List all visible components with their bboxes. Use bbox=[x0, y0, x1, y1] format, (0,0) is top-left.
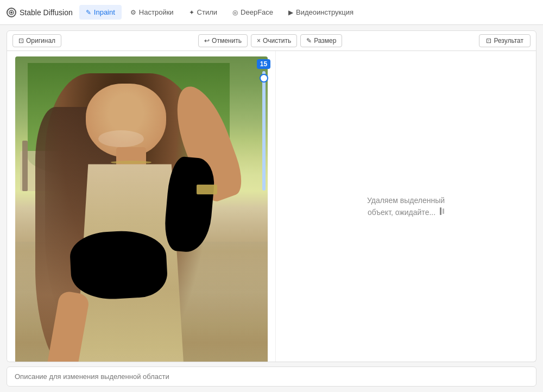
app-logo: Stable Diffusion bbox=[7, 8, 73, 17]
tab-settings[interactable]: ⚙ Настройки bbox=[124, 5, 180, 20]
tab-video-label: Видеоинструкция bbox=[296, 8, 353, 16]
size-button[interactable]: ✎ Размер bbox=[300, 34, 342, 47]
cancel-icon: ↩ bbox=[204, 37, 210, 45]
result-button[interactable]: ⊡ Результат bbox=[479, 34, 531, 47]
size-label: Размер bbox=[314, 37, 336, 45]
brush-slider-thumb[interactable] bbox=[260, 74, 268, 83]
result-status: Удаляем выделенный объект, ожидайте... bbox=[367, 194, 445, 219]
result-panel: Удаляем выделенный объект, ожидайте... bbox=[276, 51, 536, 362]
size-icon: ✎ bbox=[306, 37, 312, 45]
clear-button[interactable]: × Очистить bbox=[251, 34, 297, 47]
photo-background bbox=[15, 56, 268, 362]
tab-deepface-label: DeepFace bbox=[241, 8, 273, 16]
brush-slider[interactable]: 15 bbox=[256, 56, 272, 362]
inpaint-canvas[interactable] bbox=[15, 56, 268, 362]
tab-styles[interactable]: ✦ Стили bbox=[182, 5, 224, 20]
tab-styles-label: Стили bbox=[197, 8, 217, 16]
deepface-icon: ◎ bbox=[232, 9, 238, 16]
original-label: Оригинал bbox=[26, 37, 55, 45]
svg-point-1 bbox=[10, 11, 12, 14]
toolbar: ⊡ Оригинал ↩ Отменить × Очистить ✎ Разме… bbox=[7, 30, 536, 51]
cancel-button[interactable]: ↩ Отменить bbox=[198, 34, 248, 47]
bench-leg bbox=[22, 141, 27, 191]
result-status-line1: Удаляем выделенный bbox=[367, 196, 445, 205]
prompt-input[interactable] bbox=[7, 366, 536, 387]
bottom-input-area bbox=[7, 366, 536, 387]
video-icon: ▶ bbox=[288, 9, 293, 16]
original-icon: ⊡ bbox=[18, 37, 24, 45]
canvas-panel: 15 bbox=[7, 51, 276, 362]
loading-indicator bbox=[440, 207, 444, 215]
app-title: Stable Diffusion bbox=[20, 8, 73, 17]
content-area: 15 bbox=[7, 51, 536, 362]
mask-area-torso bbox=[69, 229, 168, 301]
loading-bar-1 bbox=[440, 207, 441, 215]
tab-video[interactable]: ▶ Видеоинструкция bbox=[282, 5, 360, 20]
tab-inpaint-label: Inpaint bbox=[94, 8, 115, 16]
brush-size-badge: 15 bbox=[257, 59, 270, 69]
brush-slider-track[interactable] bbox=[262, 71, 266, 191]
top-nav: Stable Diffusion ✎ Inpaint ⚙ Настройки ✦… bbox=[0, 0, 543, 25]
logo-icon bbox=[7, 8, 16, 17]
loading-bar-2 bbox=[443, 208, 444, 214]
tab-inpaint[interactable]: ✎ Inpaint bbox=[79, 5, 122, 20]
settings-icon: ⚙ bbox=[130, 9, 136, 16]
tab-deepface[interactable]: ◎ DeepFace bbox=[226, 5, 280, 20]
styles-icon: ✦ bbox=[189, 9, 194, 16]
cancel-label: Отменить bbox=[212, 37, 242, 45]
clear-label: Очистить bbox=[263, 37, 291, 45]
original-button[interactable]: ⊡ Оригинал bbox=[12, 34, 61, 47]
canvas-wrapper: 15 bbox=[15, 56, 268, 362]
clear-icon: × bbox=[257, 37, 261, 45]
main-area: ⊡ Оригинал ↩ Отменить × Очистить ✎ Разме… bbox=[0, 25, 543, 392]
bracelet bbox=[197, 185, 217, 195]
result-label: Результат bbox=[494, 37, 523, 45]
result-status-line2: объект, ожидайте... bbox=[368, 208, 435, 217]
result-icon: ⊡ bbox=[486, 37, 491, 45]
tab-settings-label: Настройки bbox=[139, 8, 174, 16]
inpaint-icon: ✎ bbox=[86, 9, 91, 16]
